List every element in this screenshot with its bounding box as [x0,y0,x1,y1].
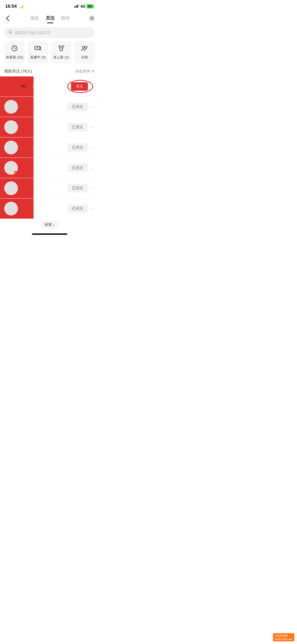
updates-icon [11,45,18,53]
section-title: 我的关注 (76人) [4,69,32,74]
user-row: 已关注 ··· [0,199,99,219]
followed-button[interactable]: 已关注 [67,184,88,192]
filter-card-groups[interactable]: 分组 [74,41,95,63]
status-icons: 4G 35+ [74,4,94,8]
followed-button[interactable]: 已关注 [67,143,88,152]
user-row: Rit 关注 ··· › [0,76,99,96]
home-indicator [32,233,67,235]
user-avatar [4,202,18,215]
nav-tabs: 朋友 关注 粉丝 [30,15,70,23]
tab-following[interactable]: 关注 [46,15,55,23]
svg-rect-0 [74,6,75,8]
more-options-button[interactable]: ··· [90,104,95,110]
updates-label: 有更新 (32) [6,55,23,60]
followed-button[interactable]: 已关注 [67,123,88,131]
svg-rect-1 [76,6,77,8]
groups-label: 分组 [81,55,88,60]
signal-icon [74,4,79,8]
user-actions: 已关注 ··· [67,103,95,111]
tab-friends[interactable]: 朋友 [30,15,39,23]
svg-point-8 [37,47,38,49]
filter-cards: 有更新 (32) 直播中 (3) 有上新 (1) [0,41,99,68]
user-avatar [4,100,18,114]
user-row-content: 已关注 ··· [4,141,95,154]
settings-button[interactable] [89,15,95,23]
more-options-button[interactable]: ··· [90,206,95,211]
new-icon [58,45,65,53]
user-row-content: Rit 关注 ··· [4,80,95,93]
row-arrow: › [32,84,33,89]
user-row-content: ✓ 已关注 ··· [4,161,95,175]
bottom-link[interactable]: 橱窗 › [40,221,59,229]
search-placeholder: 搜索用户备注或名字 [15,30,50,35]
user-name: Rit [21,84,68,88]
more-options-button[interactable]: ··· [90,165,95,171]
search-icon [8,30,13,35]
filter-card-new[interactable]: 有上新 (1) [51,41,72,63]
user-actions: 已关注 ··· [67,143,95,152]
user-actions: 已关注 ··· [67,123,95,131]
bottom-area: 橱窗 › [0,219,99,231]
network-type: 4G [81,4,86,8]
user-avatar: ✓ [4,161,18,175]
user-list: Rit 关注 ··· › 已关注 ··· › [0,76,99,219]
user-row: 已关注 ··· [0,178,99,198]
filter-card-live[interactable]: 直播中 (3) [27,41,48,63]
followed-button[interactable]: 已关注 [67,164,88,172]
more-options-button[interactable]: ··· [90,84,95,89]
user-row-content: 已关注 ··· [4,181,95,195]
user-actions: 已关注 ··· [67,184,95,192]
avatar-badge: ✓ [13,170,18,175]
filter-card-updates[interactable]: 有更新 (32) [4,41,25,63]
user-row-content: 已关注 ··· [4,202,95,215]
follow-button[interactable]: 关注 [71,82,88,91]
nav-bar: 朋友 关注 粉丝 [0,11,99,24]
user-actions: 已关注 ··· [67,164,95,172]
user-row: ✓ 已关注 ··· [0,158,99,178]
svg-rect-3 [78,4,79,8]
status-bar: 16:54 🌙 4G 35+ [0,0,99,11]
user-row-content: 已关注 ··· [4,100,95,114]
status-time: 16:54 🌙 [5,4,23,9]
user-avatar [4,181,18,195]
svg-point-9 [82,46,84,48]
svg-point-10 [85,46,87,48]
section-header: 我的关注 (76人) 综合排序 [0,68,99,76]
more-options-button[interactable]: ··· [90,125,95,130]
moon-icon: 🌙 [19,4,23,8]
user-actions: 关注 ··· [71,82,95,91]
svg-point-4 [91,17,93,19]
svg-rect-2 [77,5,78,8]
tab-fans[interactable]: 粉丝 [61,15,70,23]
user-row-content: 已关注 ··· [4,120,95,134]
user-row: 已关注 ··· › [0,97,99,117]
new-label: 有上新 (1) [53,55,69,60]
live-icon [34,45,41,53]
row-arrow: › [32,105,33,109]
user-avatar [4,141,18,154]
followed-button[interactable]: 已关注 [67,103,88,111]
sort-button[interactable]: 综合排序 [75,69,95,74]
battery-indicator: 35+ [87,4,94,8]
user-row: 已关注 ··· [0,117,99,137]
more-options-button[interactable]: ··· [90,145,95,150]
search-bar[interactable]: 搜索用户备注或名字 [4,27,95,38]
user-row: 已关注 ··· › [0,137,99,158]
live-label: 直播中 (3) [30,55,46,60]
row-arrow: › [32,145,33,150]
user-info: Rit [21,84,68,89]
user-avatar [4,80,18,93]
more-options-button[interactable]: ··· [90,186,95,191]
groups-icon [81,45,88,53]
back-button[interactable] [4,14,11,24]
followed-button[interactable]: 已关注 [67,204,88,213]
user-actions: 已关注 ··· [67,204,95,213]
user-info [21,106,65,107]
user-avatar [4,120,18,134]
